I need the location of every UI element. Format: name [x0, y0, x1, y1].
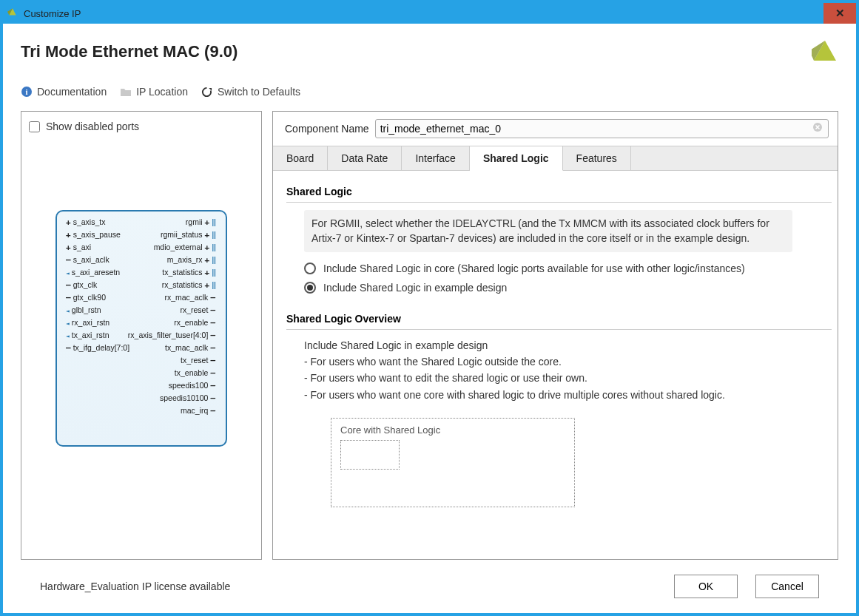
ip-block-diagram: s_axis_tx s_axis_pause s_axi s_axi_aclk … — [29, 132, 254, 550]
shared-logic-heading: Shared Logic — [286, 186, 832, 197]
info-icon: i — [21, 86, 33, 98]
ok-button[interactable]: OK — [674, 575, 738, 598]
radio-icon-selected — [304, 282, 316, 294]
shared-logic-tab-content[interactable]: Shared Logic For RGMII, select whether t… — [273, 171, 838, 559]
component-name-label: Component Name — [285, 123, 369, 135]
vivado-logo-icon — [812, 38, 838, 65]
tab-board[interactable]: Board — [273, 146, 328, 170]
clear-input-icon[interactable] — [812, 122, 824, 134]
radio-include-in-example[interactable]: Include Shared Logic in example design — [304, 282, 832, 294]
radio-include-in-core[interactable]: Include Shared Logic in core (Shared log… — [304, 263, 832, 274]
license-status: Hardware_Evaluation IP license available — [40, 581, 230, 592]
app-icon — [7, 7, 19, 19]
shared-logic-radio-group: Include Shared Logic in core (Shared log… — [304, 263, 832, 294]
tab-interface[interactable]: Interface — [402, 146, 469, 170]
window-title: Customize IP — [24, 8, 81, 19]
config-tabs: Board Data Rate Interface Shared Logic F… — [273, 146, 838, 171]
title-bar: Customize IP ✕ — [3, 3, 856, 24]
overview-text: Include Shared Logic in example design -… — [304, 337, 832, 404]
dialog-footer: Hardware_Evaluation IP license available… — [21, 560, 838, 613]
svg-marker-6 — [209, 87, 212, 90]
ip-input-ports: s_axis_tx s_axis_pause s_axi s_axi_aclk … — [66, 216, 129, 354]
shared-logic-diagram: Core with Shared Logic — [331, 418, 575, 507]
configuration-panel: Component Name Board Data Rate Interface… — [272, 111, 838, 560]
overview-heading: Shared Logic Overview — [286, 313, 832, 325]
customize-ip-window: Customize IP ✕ Tri Mode Ethernet MAC (9.… — [0, 0, 859, 616]
action-links: i Documentation IP Location Switch to De… — [21, 86, 838, 98]
page-title: Tri Mode Ethernet MAC (9.0) — [21, 42, 238, 61]
close-button[interactable]: ✕ — [823, 3, 856, 24]
show-disabled-ports-input[interactable] — [29, 121, 40, 132]
switch-defaults-link[interactable]: Switch to Defaults — [201, 86, 300, 98]
ip-output-ports: rgmii||| rgmii_status||| mdio_external||… — [128, 216, 215, 417]
cancel-button[interactable]: Cancel — [755, 575, 819, 598]
folder-icon — [120, 86, 132, 98]
ip-location-link[interactable]: IP Location — [120, 86, 188, 98]
ip-symbol-panel: Show disabled ports s_axis_tx s_axis_pau… — [21, 111, 262, 560]
show-disabled-ports-checkbox[interactable]: Show disabled ports — [29, 121, 254, 132]
tab-shared-logic[interactable]: Shared Logic — [470, 146, 563, 171]
tab-features[interactable]: Features — [563, 146, 631, 170]
component-name-input[interactable] — [375, 119, 829, 138]
svg-text:i: i — [25, 87, 27, 96]
close-icon: ✕ — [835, 7, 845, 20]
radio-icon — [304, 263, 316, 274]
tab-data-rate[interactable]: Data Rate — [328, 146, 402, 170]
refresh-icon — [201, 86, 213, 98]
shared-logic-description: For RGMII, select whether the IDELAYCTRL… — [304, 210, 792, 252]
documentation-link[interactable]: i Documentation — [21, 86, 107, 98]
